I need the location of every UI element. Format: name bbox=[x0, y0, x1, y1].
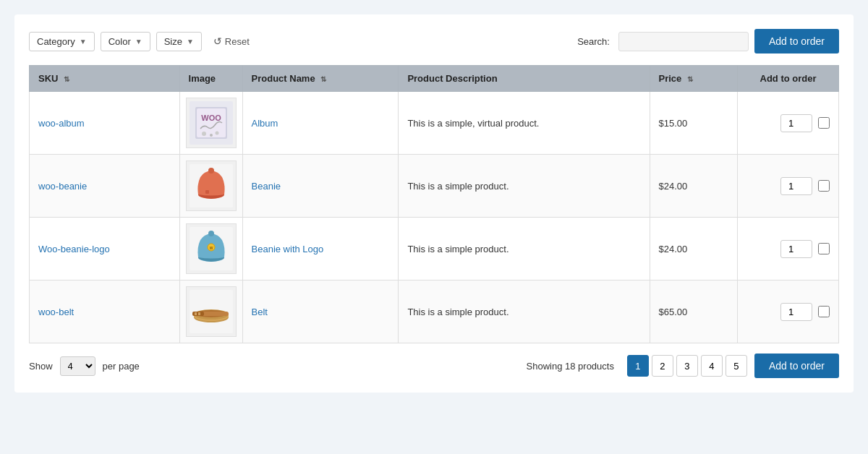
product-image bbox=[186, 160, 237, 211]
sku-cell: Woo-beanie-logo bbox=[30, 218, 180, 280]
price-cell: $24.00 bbox=[650, 218, 737, 280]
search-label: Search: bbox=[577, 36, 610, 47]
quantity-input[interactable] bbox=[780, 177, 812, 195]
qty-checkbox-wrapper bbox=[746, 177, 830, 195]
col-price[interactable]: Price ⇅ bbox=[650, 66, 737, 92]
add-row-checkbox[interactable] bbox=[818, 180, 830, 192]
add-row-checkbox[interactable] bbox=[818, 243, 830, 254]
col-product-name[interactable]: Product Name ⇅ bbox=[242, 66, 399, 92]
products-table: SKU ⇅ Image Product Name ⇅ Product Descr… bbox=[29, 65, 839, 343]
color-chevron-icon: ▼ bbox=[135, 38, 142, 46]
price-value: $24.00 bbox=[659, 244, 688, 254]
add-to-order-button-bottom[interactable]: Add to order bbox=[754, 354, 839, 378]
page-btn-4[interactable]: 4 bbox=[701, 355, 723, 377]
name-sort-icon: ⇅ bbox=[320, 75, 326, 83]
sku-cell: woo-beanie bbox=[30, 155, 180, 218]
product-description-cell: This is a simple product. bbox=[399, 155, 650, 218]
price-value: $24.00 bbox=[659, 181, 688, 192]
sku-link[interactable]: woo-belt bbox=[38, 307, 74, 317]
size-filter[interactable]: Size ▼ bbox=[156, 32, 202, 51]
product-description-cell: This is a simple, virtual product. bbox=[399, 92, 650, 155]
product-name-link[interactable]: Belt bbox=[252, 307, 268, 317]
product-description-text: This is a simple product. bbox=[407, 181, 509, 192]
category-filter[interactable]: Category ▼ bbox=[29, 32, 95, 51]
quantity-input[interactable] bbox=[780, 303, 812, 321]
product-description-cell: This is a simple product. bbox=[399, 218, 650, 280]
table-row: woo-album WOO AlbumThis is a simple, vir… bbox=[30, 92, 839, 155]
sku-link[interactable]: Woo-beanie-logo bbox=[38, 244, 110, 254]
show-label: Show bbox=[29, 361, 53, 372]
color-label: Color bbox=[109, 36, 131, 47]
page-btn-5[interactable]: 5 bbox=[726, 355, 747, 377]
product-description-text: This is a simple product. bbox=[407, 307, 509, 317]
qty-checkbox-wrapper bbox=[746, 240, 830, 258]
per-page-select[interactable]: 48121620 bbox=[60, 356, 95, 376]
footer-bar: Show 48121620 per page Showing 18 produc… bbox=[29, 354, 839, 378]
quantity-input[interactable] bbox=[780, 114, 812, 132]
table-row: Woo-beanie-logo W Beanie with LogoThis i… bbox=[30, 218, 839, 280]
svg-rect-23 bbox=[195, 312, 197, 315]
reset-label: Reset bbox=[225, 36, 250, 47]
svg-text:WOO: WOO bbox=[201, 113, 221, 122]
price-sort-icon: ⇅ bbox=[687, 75, 693, 83]
product-order-page: Category ▼ Color ▼ Size ▼ ↺ Reset Search… bbox=[14, 14, 854, 393]
product-description-text: This is a simple product. bbox=[407, 244, 509, 254]
table-row: woo-beanie BeanieThis is a simple produc… bbox=[30, 155, 839, 218]
product-name-link[interactable]: Beanie bbox=[252, 181, 281, 192]
sku-cell: woo-belt bbox=[30, 280, 180, 343]
reset-icon: ↺ bbox=[213, 35, 222, 47]
search-input[interactable] bbox=[618, 32, 749, 51]
price-cell: $65.00 bbox=[650, 280, 737, 343]
add-row-checkbox[interactable] bbox=[818, 306, 830, 317]
price-cell: $15.00 bbox=[650, 92, 737, 155]
page-btn-3[interactable]: 3 bbox=[676, 355, 698, 377]
col-description: Product Description bbox=[399, 66, 650, 92]
price-value: $15.00 bbox=[659, 118, 688, 129]
page-btn-1[interactable]: 1 bbox=[627, 355, 649, 377]
quantity-input[interactable] bbox=[780, 240, 812, 258]
color-filter[interactable]: Color ▼ bbox=[101, 32, 150, 51]
col-sku[interactable]: SKU ⇅ bbox=[30, 66, 180, 92]
image-cell bbox=[179, 155, 242, 218]
pagination: 12345 bbox=[627, 355, 747, 377]
svg-point-5 bbox=[210, 134, 213, 137]
size-label: Size bbox=[164, 36, 182, 47]
per-page-label: per page bbox=[103, 361, 140, 372]
col-image: Image bbox=[179, 66, 242, 92]
product-name-link[interactable]: Beanie with Logo bbox=[252, 244, 324, 254]
add-order-cell bbox=[738, 218, 839, 280]
reset-button[interactable]: ↺ Reset bbox=[208, 32, 255, 51]
showing-label: Showing 18 products bbox=[527, 361, 614, 372]
table-header-row: SKU ⇅ Image Product Name ⇅ Product Descr… bbox=[30, 66, 839, 92]
product-name-cell: Beanie bbox=[242, 155, 399, 218]
product-name-cell: Album bbox=[242, 92, 399, 155]
image-cell: W bbox=[179, 218, 242, 280]
category-chevron-icon: ▼ bbox=[80, 38, 87, 46]
product-name-link[interactable]: Album bbox=[252, 118, 278, 129]
product-image: W bbox=[186, 223, 237, 274]
qty-checkbox-wrapper bbox=[746, 303, 830, 321]
product-image bbox=[186, 286, 237, 337]
table-body: woo-album WOO AlbumThis is a simple, vir… bbox=[30, 92, 839, 343]
col-add-to-order: Add to order bbox=[738, 66, 839, 92]
add-order-cell bbox=[738, 92, 839, 155]
price-cell: $24.00 bbox=[650, 155, 737, 218]
image-cell: WOO bbox=[179, 92, 242, 155]
add-row-checkbox[interactable] bbox=[818, 117, 830, 129]
product-image: WOO bbox=[186, 98, 237, 148]
add-to-order-button-top[interactable]: Add to order bbox=[754, 29, 839, 53]
page-btn-2[interactable]: 2 bbox=[652, 355, 673, 377]
image-cell bbox=[179, 280, 242, 343]
product-name-cell: Beanie with Logo bbox=[242, 218, 399, 280]
sku-link[interactable]: woo-album bbox=[38, 118, 85, 129]
toolbar: Category ▼ Color ▼ Size ▼ ↺ Reset Search… bbox=[29, 29, 839, 53]
qty-checkbox-wrapper bbox=[746, 114, 830, 132]
product-description-text: This is a simple, virtual product. bbox=[407, 118, 539, 129]
add-order-cell bbox=[738, 280, 839, 343]
sku-cell: woo-album bbox=[30, 92, 180, 155]
product-name-cell: Belt bbox=[242, 280, 399, 343]
add-order-cell bbox=[738, 155, 839, 218]
svg-point-4 bbox=[202, 132, 206, 136]
sku-link[interactable]: woo-beanie bbox=[38, 181, 87, 192]
svg-point-9 bbox=[208, 168, 214, 174]
